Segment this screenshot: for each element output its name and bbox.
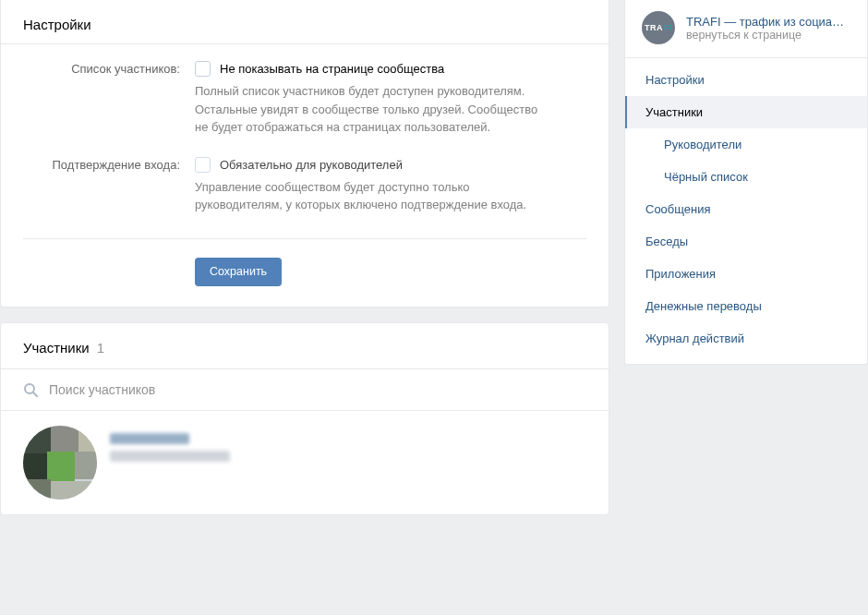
member-row [1, 411, 609, 514]
community-title-link[interactable]: TRAFI — трафик из социа… [686, 15, 844, 29]
members-title: Участники [23, 340, 90, 356]
members-search-input[interactable] [49, 382, 586, 397]
settings-title: Настройки [1, 0, 609, 44]
nav-item-money-transfers[interactable]: Денежные переводы [625, 290, 867, 322]
hide-members-checkbox-label[interactable]: Не показывать на странице сообщества [220, 62, 444, 76]
back-to-page-link[interactable]: вернуться к странице [686, 29, 844, 42]
svg-line-1 [33, 392, 37, 396]
nav-item-blacklist[interactable]: Чёрный список [625, 161, 867, 193]
members-panel: Участники 1 [0, 322, 609, 515]
sidebar-header: TRAFI TRAFI — трафик из социа… вернуться… [625, 0, 867, 58]
member-list-desc: Полный список участников будет доступен … [195, 82, 546, 137]
nav-item-action-log[interactable]: Журнал действий [625, 322, 867, 355]
hide-members-checkbox[interactable] [195, 61, 211, 77]
nav-item-conversations[interactable]: Беседы [625, 225, 867, 258]
settings-actions: Сохранить [1, 239, 609, 307]
login-confirm-checkbox[interactable] [195, 157, 211, 173]
login-confirm-checkbox-label[interactable]: Обязательно для руководителей [220, 158, 403, 172]
login-confirm-row: Подтверждение входа: Обязательно для рук… [23, 157, 586, 235]
community-avatar-icon: TRAFI [645, 23, 672, 32]
members-search-bar [1, 369, 609, 411]
settings-form: Список участников: Не показывать на стра… [1, 44, 609, 238]
login-confirm-control: Обязательно для руководителей Управление… [195, 157, 586, 214]
save-button[interactable]: Сохранить [195, 258, 282, 286]
nav-item-members[interactable]: Участники [625, 96, 867, 128]
nav-item-settings[interactable]: Настройки [625, 64, 867, 96]
nav-item-messages[interactable]: Сообщения [625, 193, 867, 225]
sidebar-nav: Настройки Участники Руководители Чёрный … [625, 58, 867, 364]
member-avatar[interactable] [23, 426, 97, 500]
settings-panel: Настройки Список участников: Не показыва… [0, 0, 609, 308]
member-list-control: Не показывать на странице сообщества Пол… [195, 61, 586, 137]
member-list-row: Список участников: Не показывать на стра… [23, 61, 586, 157]
search-icon [23, 382, 38, 397]
members-header: Участники 1 [1, 323, 609, 369]
login-confirm-label: Подтверждение входа: [23, 157, 195, 172]
nav-item-managers[interactable]: Руководители [625, 128, 867, 161]
sidebar: TRAFI TRAFI — трафик из социа… вернуться… [624, 0, 868, 365]
login-confirm-desc: Управление сообществом будет доступно то… [195, 178, 546, 214]
members-count: 1 [97, 340, 104, 356]
nav-item-apps[interactable]: Приложения [625, 258, 867, 290]
community-avatar[interactable]: TRAFI [642, 11, 675, 44]
member-list-label: Список участников: [23, 61, 195, 76]
member-name-blurred [110, 433, 230, 468]
